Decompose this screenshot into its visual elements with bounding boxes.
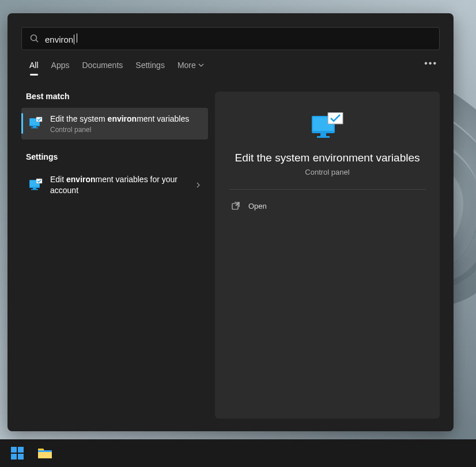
- preview-subtitle: Control panel: [305, 168, 349, 176]
- user-env-icon: [28, 178, 43, 193]
- svg-rect-14: [320, 133, 326, 136]
- svg-rect-24: [38, 450, 52, 452]
- result-title: Edit the system environment variables: [50, 114, 201, 125]
- tab-more[interactable]: More: [177, 61, 204, 76]
- chevron-down-icon: [198, 62, 204, 68]
- result-settings-item[interactable]: Edit environment variables for your acco…: [21, 168, 208, 202]
- svg-rect-9: [33, 188, 36, 189]
- windows-logo-icon: [10, 446, 24, 460]
- tab-settings[interactable]: Settings: [135, 61, 165, 76]
- svg-rect-22: [18, 454, 24, 460]
- svg-rect-15: [317, 136, 330, 138]
- taskbar: [0, 439, 476, 467]
- chevron-right-icon: [195, 182, 201, 188]
- search-panel: environ All Apps Documents Settings More…: [7, 13, 454, 431]
- svg-point-0: [31, 35, 37, 41]
- svg-line-1: [36, 40, 39, 43]
- result-best-match[interactable]: Edit the system environment variables Co…: [21, 108, 208, 140]
- open-label: Open: [248, 202, 267, 210]
- svg-line-18: [236, 202, 239, 206]
- file-explorer-button[interactable]: [33, 442, 56, 465]
- best-match-header: Best match: [21, 92, 208, 108]
- svg-rect-10: [31, 189, 38, 190]
- preview-panel: Edit the system environment variables Co…: [215, 92, 440, 419]
- svg-rect-5: [31, 127, 38, 129]
- svg-rect-23: [38, 451, 52, 458]
- search-icon: [30, 34, 39, 43]
- results-column: Best match Edit the system environment v…: [21, 92, 208, 419]
- divider: [229, 189, 426, 190]
- svg-rect-19: [11, 447, 17, 453]
- svg-rect-20: [18, 447, 24, 453]
- search-box[interactable]: environ: [21, 27, 440, 50]
- filter-tabs: All Apps Documents Settings More •••: [21, 61, 440, 76]
- tab-apps[interactable]: Apps: [51, 61, 70, 76]
- preview-system-icon: [311, 112, 344, 141]
- folder-icon: [37, 447, 52, 460]
- tab-documents[interactable]: Documents: [82, 61, 123, 76]
- settings-header: Settings: [21, 152, 208, 168]
- preview-title: Edit the system environment variables: [235, 152, 420, 164]
- search-input[interactable]: environ: [45, 33, 431, 44]
- svg-rect-4: [33, 126, 36, 127]
- more-options-button[interactable]: •••: [424, 58, 437, 69]
- start-button[interactable]: [6, 442, 29, 465]
- system-properties-icon: [28, 116, 43, 131]
- svg-rect-16: [328, 112, 343, 124]
- open-icon: [231, 201, 240, 210]
- open-action[interactable]: Open: [229, 198, 426, 214]
- result-title: Edit environment variables for your acco…: [50, 174, 188, 196]
- result-subtitle: Control panel: [50, 126, 201, 134]
- tab-all[interactable]: All: [29, 61, 39, 76]
- svg-rect-21: [11, 454, 17, 460]
